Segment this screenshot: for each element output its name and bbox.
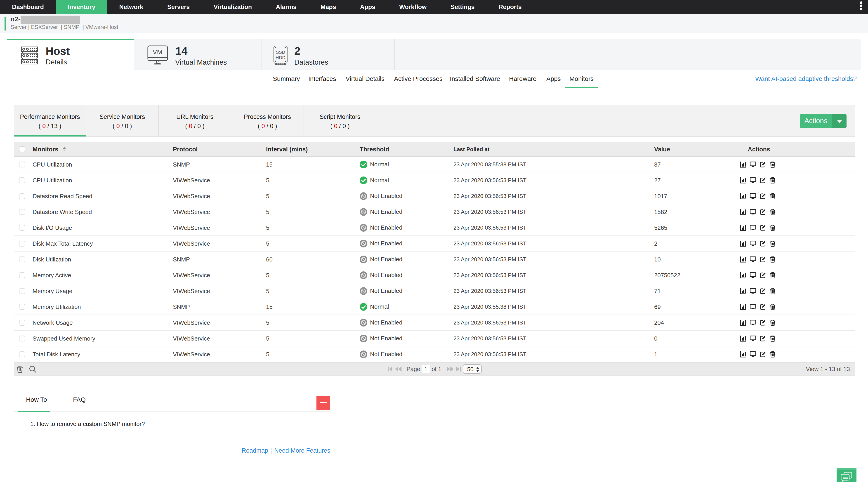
svg-text:SSD: SSD: [276, 50, 285, 55]
svg-text:VM: VM: [153, 49, 162, 56]
svg-text:HDD: HDD: [276, 55, 285, 60]
